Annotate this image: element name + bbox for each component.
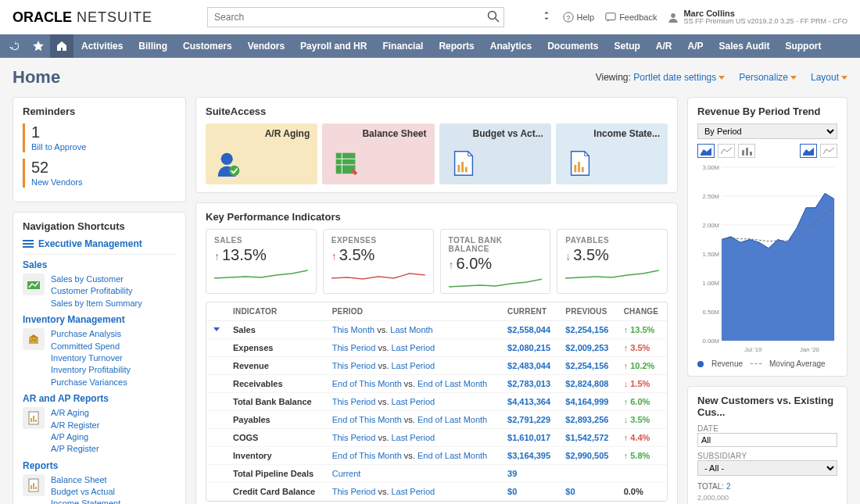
nav-sales-audit[interactable]: Sales Audit (711, 41, 778, 52)
svg-rect-32 (746, 148, 748, 155)
svg-rect-31 (742, 150, 744, 155)
svg-rect-27 (464, 167, 467, 173)
svg-rect-28 (574, 165, 576, 173)
brand-logo: ORACLE NETSUITE (13, 9, 152, 26)
page-title: Home (13, 67, 60, 88)
suiteaccess-portlet: SuiteAccess A/R AgingBalance SheetBudget… (195, 97, 678, 193)
layout-link[interactable]: Layout (811, 72, 847, 83)
nav-analytics[interactable]: Analytics (482, 41, 539, 52)
kpi-card[interactable]: PAYABLES↓3.5% (557, 229, 668, 294)
suiteaccess-tile[interactable]: Budget vs Act... (439, 123, 551, 184)
svg-rect-14 (35, 420, 37, 422)
nav-a-r[interactable]: A/R (648, 41, 680, 52)
shortcut-link[interactable]: Inventory Turnover (51, 352, 131, 364)
svg-rect-13 (33, 416, 34, 422)
shortcut-link[interactable]: Income Statement (51, 498, 133, 504)
shortcut-link[interactable]: Purchase Analysis (51, 328, 131, 340)
kpi-row[interactable]: COGSThis Period vs. Last Period$1,610,01… (206, 429, 667, 447)
help-link[interactable]: ?Help (563, 12, 595, 23)
newcust-subsidiary-select[interactable]: - All - (697, 460, 837, 476)
svg-text:2.50M: 2.50M (703, 193, 719, 200)
chart-view-1-icon[interactable] (800, 144, 817, 158)
chart-type-area-icon[interactable] (697, 144, 715, 158)
shortcut-group-head: Inventory Management (23, 314, 176, 325)
shortcut-link[interactable]: Inventory Profitability (51, 364, 131, 376)
user-menu[interactable]: Marc CollinsSS FF Premium US v2019.2.0 3… (668, 9, 847, 26)
nav-support[interactable]: Support (777, 41, 829, 52)
chart-type-bar-icon[interactable] (738, 144, 755, 158)
kpi-row[interactable]: ReceivablesEnd of This Month vs. End of … (206, 375, 667, 393)
executive-management-link[interactable]: Executive Management (23, 238, 176, 255)
nav-financial[interactable]: Financial (374, 41, 431, 52)
avatar-icon (668, 12, 679, 23)
kpi-card[interactable]: SALES↑13.5% (206, 229, 317, 294)
svg-text:1.00M: 1.00M (703, 280, 719, 287)
reminder-item[interactable]: 1Bill to Approve (23, 123, 176, 152)
nav-documents[interactable]: Documents (539, 41, 606, 52)
favorites-icon[interactable] (27, 34, 50, 58)
svg-rect-33 (750, 152, 752, 155)
history-icon[interactable] (3, 34, 27, 58)
nav-customers[interactable]: Customers (175, 41, 240, 52)
shortcut-link[interactable]: Committed Spend (51, 341, 131, 352)
kpi-row[interactable]: InventoryEnd of This Month vs. End of La… (206, 447, 667, 465)
suiteaccess-tile[interactable]: A/R Aging (206, 123, 317, 184)
nav-setup[interactable]: Setup (607, 41, 648, 52)
home-icon[interactable] (50, 34, 73, 58)
svg-point-5 (672, 13, 676, 18)
suiteaccess-tile[interactable]: Balance Sheet (322, 123, 434, 184)
shortcut-link[interactable]: Customer Profitability (51, 285, 142, 297)
shortcut-icon (23, 328, 45, 350)
reminders-portlet: Reminders 1Bill to Approve52New Vendors (13, 97, 186, 202)
search-icon[interactable] (487, 10, 500, 23)
kpi-row[interactable]: PayablesEnd of This Month vs. End of Las… (206, 411, 667, 429)
kpi-row[interactable]: SalesThis Month vs. Last Month$2,558,044… (206, 321, 667, 339)
shortcut-link[interactable]: Sales by Item Summary (51, 298, 142, 309)
chart-view-2-icon[interactable] (820, 144, 837, 158)
kpi-row[interactable]: RevenueThis Period vs. Last Period$2,483… (206, 357, 667, 375)
nav-reports[interactable]: Reports (431, 41, 482, 52)
shortcut-link[interactable]: Balance Sheet (51, 474, 133, 486)
page-header: Home Viewing: Portlet date settings Pers… (0, 58, 860, 97)
nav-payroll-and-hr[interactable]: Payroll and HR (292, 41, 374, 52)
shortcut-link[interactable]: Sales by Customer (51, 273, 142, 285)
kpi-row[interactable]: Total Bank BalanceThis Period vs. Last P… (206, 393, 667, 411)
nav-a-p[interactable]: A/P (680, 41, 711, 52)
viewing-dropdown[interactable]: Viewing: Portlet date settings (596, 72, 726, 83)
shortcut-link[interactable]: A/R Aging (51, 407, 99, 419)
reminder-item[interactable]: 52New Vendors (23, 159, 176, 188)
sort-icon[interactable] (213, 325, 220, 333)
revenue-period-select[interactable]: By Period (697, 123, 837, 139)
svg-text:0.00M: 0.00M (703, 338, 719, 345)
newcust-total-link[interactable]: 2 (726, 482, 731, 491)
shortcut-link[interactable]: A/P Aging (51, 431, 99, 443)
shortcut-link[interactable]: Budget vs Actual (51, 486, 133, 498)
legend-dot-icon (697, 361, 704, 367)
chart-type-line-icon[interactable] (718, 144, 735, 158)
svg-rect-16 (30, 485, 32, 489)
svg-point-20 (229, 166, 239, 176)
svg-text:3.00M: 3.00M (703, 164, 719, 171)
svg-rect-30 (582, 167, 584, 173)
kpi-row[interactable]: ExpensesThis Period vs. Last Period$2,08… (206, 339, 667, 357)
kpi-row[interactable]: Total Pipeline DealsCurrent39 (206, 465, 667, 483)
apps-icon[interactable] (541, 10, 552, 23)
feedback-link[interactable]: Feedback (605, 12, 657, 23)
shortcut-link[interactable]: Purchase Variances (51, 377, 131, 388)
topbar: ORACLE NETSUITE ?Help Feedback Marc Coll… (0, 0, 860, 34)
shortcut-link[interactable]: A/P Register (51, 443, 99, 455)
search-input[interactable] (207, 7, 504, 27)
kpi-row[interactable]: Credit Card BalanceThis Period vs. Last … (206, 483, 667, 501)
personalize-link[interactable]: Personalize (739, 72, 797, 83)
shortcut-link[interactable]: A/R Register (51, 420, 99, 431)
revenue-chart: 0.00M0.50M1.00M1.50M2.00M2.50M3.00MJul '… (697, 163, 837, 358)
kpi-portlet: Key Performance Indicators SALES↑13.5%EX… (195, 202, 678, 504)
suiteaccess-tile[interactable]: Income State... (556, 123, 668, 184)
nav-activities[interactable]: Activities (73, 41, 131, 52)
nav-vendors[interactable]: Vendors (240, 41, 292, 52)
svg-rect-17 (33, 483, 34, 489)
kpi-card[interactable]: EXPENSES↑3.5% (323, 229, 434, 294)
newcust-date-input[interactable] (697, 433, 837, 447)
kpi-card[interactable]: TOTAL BANK BALANCE↑6.0% (440, 229, 551, 294)
nav-billing[interactable]: Billing (131, 41, 175, 52)
